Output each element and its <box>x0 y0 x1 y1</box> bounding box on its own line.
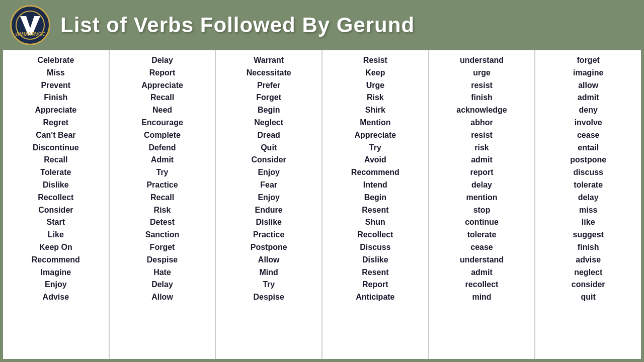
word-item: Prefer <box>257 79 280 92</box>
svg-text:GRAMMARVOCAT: GRAMMARVOCAT <box>15 32 45 37</box>
word-item: Dislike <box>256 216 282 229</box>
word-item: finish <box>471 92 493 104</box>
header: GRAMMARVOCAT List of Verbs Followed By G… <box>0 0 644 50</box>
word-item: Detest <box>150 216 175 229</box>
word-item: Advise <box>43 291 69 304</box>
word-item: Recall <box>44 154 67 166</box>
word-item: allow <box>578 79 598 92</box>
column-5: understandurgeresistfinishacknowledgeabh… <box>429 50 536 359</box>
word-item: cease <box>577 129 600 142</box>
word-item: Try <box>369 142 381 154</box>
word-item: Consider <box>38 204 73 217</box>
word-item: Recommend <box>351 166 399 179</box>
word-item: Defend <box>148 142 176 154</box>
word-item: Despise <box>253 291 284 304</box>
word-item: Risk <box>367 92 384 104</box>
word-item: Keep On <box>39 241 72 254</box>
word-item: Appreciate <box>35 104 76 117</box>
word-item: delay <box>578 192 599 204</box>
word-item: tolerate <box>467 229 497 241</box>
word-item: like <box>582 216 595 229</box>
word-item: Allow <box>151 291 173 304</box>
word-item: Intend <box>363 179 387 192</box>
word-item: Recollect <box>38 192 73 204</box>
word-item: Admit <box>151 154 174 166</box>
page-title: List of Verbs Followed By Gerund <box>60 13 415 37</box>
word-item: forget <box>577 54 600 67</box>
word-item: Practice <box>146 179 178 192</box>
word-item: entail <box>578 142 599 154</box>
word-item: Miss <box>47 67 65 79</box>
word-item: Risk <box>154 204 171 217</box>
word-item: resist <box>471 129 493 142</box>
word-item: Report <box>362 279 388 291</box>
column-1: CelebrateMissPreventFinishAppreciateRegr… <box>3 50 110 359</box>
word-item: understand <box>460 254 504 266</box>
word-item: Appreciate <box>141 79 183 92</box>
word-item: urge <box>473 67 491 79</box>
word-item: Warrant <box>254 54 284 67</box>
word-item: Appreciate <box>355 129 396 142</box>
word-item: quit <box>581 291 596 304</box>
word-item: Imagine <box>41 266 71 279</box>
word-item: Can't Bear <box>36 129 75 142</box>
content-area: CelebrateMissPreventFinishAppreciateRegr… <box>3 50 641 359</box>
word-item: Like <box>48 229 64 241</box>
word-item: finish <box>578 241 599 254</box>
word-item: acknowledge <box>456 104 507 117</box>
word-item: neglect <box>574 266 602 279</box>
column-2: DelayReportAppreciateRecallNeedEncourage… <box>110 50 216 359</box>
word-item: Begin <box>364 192 386 204</box>
word-item: Dislike <box>362 254 388 266</box>
word-item: Recall <box>150 92 174 104</box>
word-item: resist <box>471 79 493 92</box>
word-item: Urge <box>366 79 384 92</box>
word-item: Shirk <box>365 104 385 117</box>
word-item: deny <box>579 104 598 117</box>
word-item: Resent <box>362 266 388 279</box>
word-item: stop <box>473 204 491 217</box>
word-item: Consider <box>252 154 286 166</box>
word-item: Allow <box>258 254 280 266</box>
word-item: imagine <box>573 67 603 79</box>
word-item: Postpone <box>251 241 287 254</box>
word-item: Enjoy <box>258 166 280 179</box>
word-item: miss <box>579 204 597 217</box>
word-item: Dread <box>258 129 280 142</box>
word-item: continue <box>465 216 499 229</box>
word-item: Dislike <box>43 179 69 192</box>
word-item: Hate <box>153 266 171 279</box>
word-item: Mention <box>360 117 390 129</box>
word-item: admit <box>471 154 493 166</box>
word-item: tolerate <box>574 179 603 192</box>
word-item: Practice <box>253 229 284 241</box>
word-item: Sanction <box>145 229 180 241</box>
word-item: Encourage <box>141 117 183 129</box>
word-item: Avoid <box>364 154 386 166</box>
word-item: admit <box>471 266 493 279</box>
word-item: Report <box>149 67 176 79</box>
word-item: Finish <box>44 92 67 104</box>
word-item: Need <box>152 104 172 117</box>
word-item: Start <box>47 216 65 229</box>
word-item: Prevent <box>41 79 70 92</box>
column-6: forgetimagineallowadmitdenyinvolveceasee… <box>535 50 641 359</box>
word-item: Enjoy <box>45 279 67 291</box>
word-item: Shun <box>365 216 385 229</box>
column-4: ResistKeepUrgeRiskShirkMentionAppreciate… <box>323 50 429 359</box>
word-item: Resent <box>362 204 388 217</box>
word-item: mention <box>466 192 497 204</box>
word-item: Recommend <box>32 254 80 266</box>
word-item: Necessitate <box>247 67 291 79</box>
word-item: involve <box>575 117 602 129</box>
word-item: Delay <box>151 279 173 291</box>
word-item: Discuss <box>360 241 390 254</box>
word-item: delay <box>471 179 492 192</box>
word-item: Complete <box>144 129 181 142</box>
word-item: consider <box>572 279 605 291</box>
word-item: Quit <box>261 142 277 154</box>
word-item: Delay <box>151 54 173 67</box>
word-item: Try <box>263 279 275 291</box>
word-item: Celebrate <box>37 54 74 67</box>
word-item: Forget <box>150 241 175 254</box>
